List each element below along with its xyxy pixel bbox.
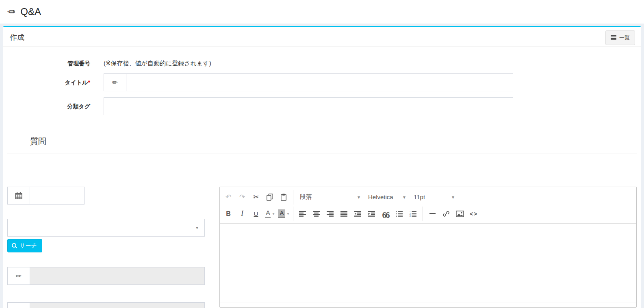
search-button-label: サーチ: [20, 242, 37, 250]
link-icon: [442, 210, 450, 218]
font-size-value: 11pt: [414, 194, 425, 200]
text-color-icon: A: [265, 209, 271, 218]
align-right-button[interactable]: [323, 207, 337, 221]
toolbar-separator: [423, 207, 423, 221]
date-addon[interactable]: [7, 187, 30, 205]
toolbar-separator: [293, 190, 293, 205]
rich-text-editor: ↶ ↷ ✂ 段落 ▾ Helvetica: [219, 187, 637, 308]
justify-button[interactable]: [337, 207, 351, 221]
insert-image-button[interactable]: [453, 207, 467, 221]
pencil-icon: ✏: [7, 6, 15, 17]
panel-heading: 作成: [10, 32, 634, 42]
underline-icon: U: [254, 210, 258, 217]
indent-button[interactable]: [365, 207, 379, 221]
font-family-dropdown[interactable]: Helvetica ▾: [364, 190, 410, 204]
outdent-button[interactable]: [351, 207, 365, 221]
list-icon: [611, 35, 616, 40]
outdent-icon: [354, 211, 362, 217]
app-header: ✏ Q&A: [0, 0, 644, 24]
insert-link-button[interactable]: [439, 207, 453, 221]
numbered-list-button[interactable]: [406, 207, 420, 221]
cut-button[interactable]: ✂: [249, 190, 263, 204]
question-columns: ▾ サーチ ✏: [7, 187, 637, 308]
align-right-icon: [327, 211, 334, 217]
question-right-column: ↶ ↷ ✂ 段落 ▾ Helvetica: [219, 187, 637, 308]
create-panel: 作成 一覧 管理番号 (※保存後、値が自動的に登録されます) タイトル* ✏ 分…: [3, 26, 641, 308]
list-button[interactable]: 一覧: [605, 30, 635, 45]
pencil-icon: ✏: [112, 78, 118, 87]
copy-icon: [266, 194, 273, 201]
undo-button[interactable]: ↶: [221, 190, 235, 204]
tags-label: 分類タグ: [7, 97, 104, 110]
align-left-button[interactable]: [296, 207, 310, 221]
image-icon: [456, 211, 464, 217]
search-button[interactable]: サーチ: [7, 239, 42, 252]
background-color-icon: A: [278, 209, 285, 218]
tags-input[interactable]: [104, 97, 513, 115]
chevron-down-icon: ▾: [287, 211, 289, 216]
source-code-button[interactable]: <>: [467, 207, 481, 221]
bullet-list-icon: [396, 211, 403, 217]
second-readonly-input: [30, 302, 205, 308]
list-button-label: 一覧: [619, 34, 630, 41]
copy-button[interactable]: [263, 190, 277, 204]
paste-button[interactable]: [277, 190, 291, 204]
blockquote-button[interactable]: 66: [379, 207, 392, 221]
question-left-column: ▾ サーチ ✏: [7, 187, 205, 308]
text-color-button[interactable]: A ▾: [263, 207, 277, 221]
font-family-value: Helvetica: [368, 194, 393, 200]
paste-icon: [280, 194, 287, 201]
title-input-group: ✏: [104, 73, 513, 91]
editor-content-area[interactable]: [220, 224, 636, 302]
second-readonly-addon: [7, 302, 30, 308]
readonly-input: [30, 267, 205, 285]
font-size-dropdown[interactable]: 11pt ▾: [410, 190, 458, 204]
justify-icon: [340, 211, 348, 217]
search-icon: [12, 243, 17, 248]
chevron-down-icon: ▾: [196, 225, 198, 230]
redo-icon: ↷: [239, 193, 245, 201]
numbered-list-icon: [410, 211, 417, 217]
toolbar-separator: [293, 207, 293, 221]
panel-body: 管理番号 (※保存後、値が自動的に登録されます) タイトル* ✏ 分類タグ 質問: [3, 47, 641, 308]
chevron-down-icon: ▾: [272, 211, 274, 216]
management-number-row: 管理番号 (※保存後、値が自動的に登録されます): [7, 58, 637, 67]
background-color-button[interactable]: A ▾: [277, 207, 291, 221]
calendar-icon: [15, 192, 22, 199]
title-row: タイトル* ✏: [7, 73, 637, 91]
paragraph-format-value: 段落: [300, 193, 312, 201]
redo-button[interactable]: ↷: [235, 190, 249, 204]
second-readonly-input-group: [7, 302, 205, 308]
paragraph-format-dropdown[interactable]: 段落 ▾: [296, 190, 364, 204]
bullet-list-button[interactable]: [392, 207, 406, 221]
date-input-group: [7, 187, 85, 205]
horizontal-rule-icon: [429, 213, 436, 214]
readonly-input-group: ✏: [7, 267, 205, 285]
italic-button[interactable]: I: [235, 207, 249, 221]
tags-input-wrap: [104, 97, 513, 115]
required-mark: *: [88, 79, 90, 86]
title-label: タイトル*: [7, 73, 104, 86]
category-select[interactable]: ▾: [7, 219, 205, 237]
underline-button[interactable]: U: [249, 207, 263, 221]
align-center-icon: [313, 211, 320, 217]
section-divider: [7, 153, 637, 153]
question-section-heading: 質問: [30, 136, 637, 147]
bold-button[interactable]: B: [221, 207, 235, 221]
page-title: Q&A: [20, 6, 41, 17]
panel-header: 作成 一覧: [3, 27, 641, 47]
chevron-down-icon: ▾: [403, 195, 405, 200]
toolbar-row-2: B I U A ▾ A ▾: [221, 205, 635, 222]
chevron-down-icon: ▾: [452, 195, 454, 200]
tags-row: 分類タグ: [7, 97, 637, 115]
title-addon: ✏: [104, 73, 126, 91]
horizontal-rule-button[interactable]: [425, 207, 439, 221]
date-input[interactable]: [30, 187, 85, 205]
title-input[interactable]: [126, 73, 513, 91]
scissors-icon: ✂: [253, 193, 259, 201]
align-center-button[interactable]: [310, 207, 323, 221]
blockquote-icon: 66: [382, 213, 389, 218]
code-icon: <>: [470, 211, 477, 217]
chevron-down-icon: ▾: [358, 195, 360, 200]
editor-status-bar: [220, 302, 636, 307]
